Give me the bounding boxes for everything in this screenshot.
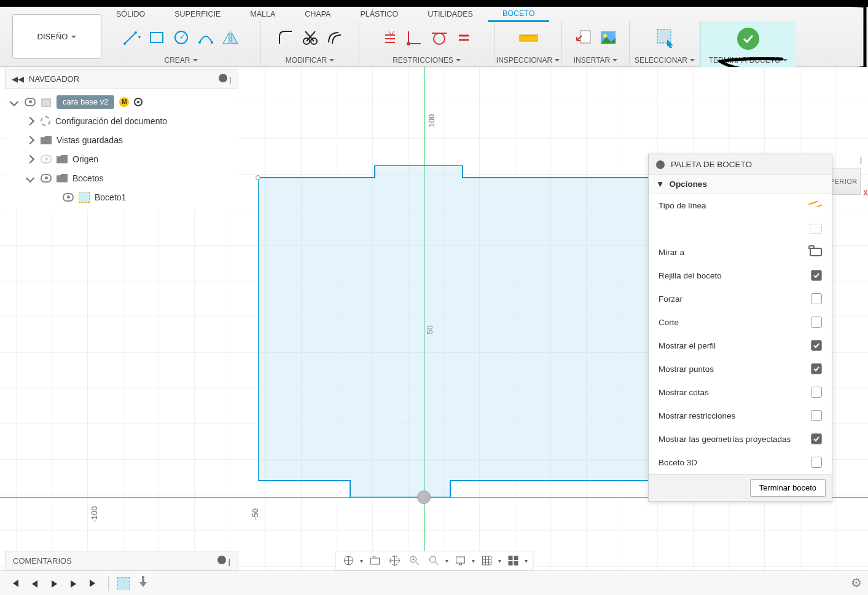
svg-rect-21 [456,557,464,563]
measure-tool-icon[interactable] [518,28,538,47]
pan-icon[interactable] [386,553,402,569]
look-at-icon[interactable] [367,553,383,569]
ribbon-tabs: SÓLIDO SUPERFICIE MALLA CHAPA PLÁSTICO U… [101,7,868,22]
tab-plastic[interactable]: PLÁSTICO [345,7,413,21]
timeline-start-icon[interactable] [7,576,22,591]
mirror-tool-icon[interactable] [221,28,240,47]
tab-sheetmetal[interactable]: CHAPA [290,7,345,21]
insert-image-icon[interactable] [598,28,618,47]
tree-doc-config[interactable]: Configuración del documento [5,111,238,130]
fillet-tool-icon[interactable] [276,28,295,47]
add-comment-icon[interactable] [217,556,226,564]
checkbox-off-icon [811,387,822,398]
group-create[interactable]: CREAR [164,56,197,65]
ruler-neg100: -100 [90,506,99,522]
tangent-constraint-icon[interactable] [429,28,449,47]
trim-tool-icon[interactable] [300,28,320,47]
finish-check-icon [737,28,759,50]
line-tool-icon[interactable] [122,28,142,47]
tree-views[interactable]: Vistas guardadas [5,130,238,149]
equal-constraint-icon[interactable] [454,28,474,47]
tab-solid[interactable]: SÓLIDO [101,7,160,21]
palette-cut[interactable]: Corte [649,310,832,334]
browser-panel: ◀◀ NAVEGADOR | cara base v2 M Configurac… [5,69,238,210]
rectangle-tool-icon[interactable] [147,28,166,47]
tab-sketch[interactable]: BOCETO [488,7,550,22]
viewport-layout-icon[interactable] [505,553,521,569]
group-constraints[interactable]: RESTRICCIONES [393,56,461,65]
visibility-icon[interactable] [63,193,74,202]
caret-down-icon [71,36,76,38]
tab-utilities[interactable]: UTILIDADES [413,7,488,21]
svg-point-0 [123,42,126,45]
origin-point[interactable] [417,491,431,504]
caret-down-icon[interactable]: ▼ [656,179,664,189]
timeline-sketch-feature[interactable] [116,576,131,591]
sketch-point[interactable] [256,175,260,180]
tree-sketch1[interactable]: Boceto1 [5,187,238,207]
palette-constraints[interactable]: Mostrar restricciones [649,404,832,427]
visibility-icon[interactable] [41,174,52,183]
component-chip: cara base v2 [57,95,114,109]
palette-3d[interactable]: Boceto 3D [649,451,832,474]
panel-pin-icon[interactable]: | [230,75,232,84]
group-modify[interactable]: MODIFICAR [286,56,334,65]
tab-mesh[interactable]: MALLA [235,7,290,21]
comments-label: COMENTARIOS [13,556,72,565]
comments-bar[interactable]: COMENTARIOS | [5,551,238,570]
settings-gear-icon[interactable]: ⚙ [851,575,862,590]
tree-sketches[interactable]: Bocetos [5,168,238,187]
timeline-end-icon[interactable] [86,576,101,591]
palette-points[interactable]: Mostrar puntos [649,357,832,380]
zoom-window-icon[interactable] [426,553,442,569]
display-mode-icon[interactable] [452,553,468,569]
panel-options-icon[interactable] [219,74,227,82]
group-inspect[interactable]: INSPECCIONAR [496,56,560,65]
group-insert[interactable]: INSERTAR [574,56,618,65]
visibility-off-icon[interactable] [41,155,52,164]
visibility-icon[interactable] [25,98,36,106]
timeline-play-icon[interactable] [47,576,61,591]
palette-construction[interactable] [649,217,832,240]
horizontal-constraint-icon[interactable] [380,28,400,47]
svg-rect-16 [42,99,50,106]
svg-rect-25 [514,561,518,565]
timeline: ⚙ [0,570,868,595]
palette-grid[interactable]: Rejilla del boceto [649,264,832,287]
svg-rect-24 [508,561,512,565]
arc-tool-icon[interactable] [196,28,216,47]
tree-root[interactable]: cara base v2 M [5,92,238,111]
tree-origin[interactable]: Origen [5,149,238,168]
timeline-prev-icon[interactable] [27,576,42,591]
group-select[interactable]: SELECCIONAR [635,56,695,65]
insert-derive-icon[interactable] [574,28,593,47]
palette-title: PALETA DE BOCETO [671,160,752,169]
palette-dims[interactable]: Mostrar cotas [649,380,832,404]
workspace-switcher[interactable]: DISEÑO [12,14,101,59]
timeline-next-icon[interactable] [66,576,81,591]
tab-surface[interactable]: SUPERFICIE [160,7,235,21]
checkbox-on-icon [811,270,822,281]
finish-sketch-button[interactable]: Terminar boceto [750,479,826,497]
select-tool-icon[interactable] [655,28,674,47]
finish-sketch-group[interactable]: TERMINAR BOCETO [700,22,796,67]
orbit-icon[interactable] [340,553,356,569]
timeline-marker[interactable] [136,576,151,591]
palette-line-type[interactable]: Tipo de línea [649,194,832,217]
coincident-constraint-icon[interactable] [405,28,424,47]
grid-display-icon[interactable] [479,553,495,569]
collapse-icon[interactable]: ◀◀ [12,74,24,84]
palette-force[interactable]: Forzar [649,287,832,310]
construction-icon [810,224,822,234]
sketch-profile[interactable] [258,165,676,497]
palette-close-icon[interactable] [656,160,665,169]
palette-look-at[interactable]: Mirar a [649,240,832,264]
palette-projected[interactable]: Mostrar las geometrías proyectadas [649,427,832,451]
palette-profile[interactable]: Mostrar el perfil [649,334,832,357]
zoom-icon[interactable] [406,553,422,569]
active-component-icon[interactable] [134,98,143,106]
svg-point-5 [198,41,201,44]
checkbox-off-icon [811,317,822,328]
offset-tool-icon[interactable] [325,28,345,47]
circle-tool-icon[interactable] [171,28,191,47]
